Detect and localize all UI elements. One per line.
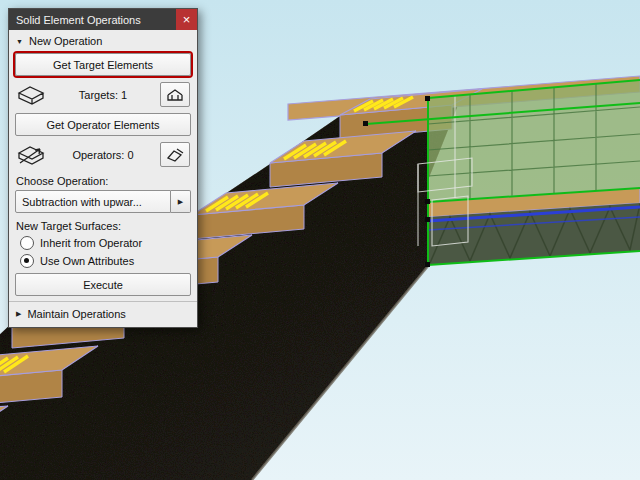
solid-element-operations-dialog: Solid Element Operations × ▼ New Operati… — [8, 8, 198, 328]
pick-target-icon — [165, 87, 185, 103]
targets-count: Targets: 1 — [50, 89, 156, 101]
slab-glass-top — [428, 80, 640, 202]
section-new-operation[interactable]: ▼ New Operation — [9, 30, 197, 50]
operation-dropdown[interactable]: Subtraction with upwar... ▶ — [15, 190, 191, 213]
operators-count: Operators: 0 — [50, 149, 156, 161]
section-maintain-label: Maintain Operations — [27, 308, 125, 320]
choose-operation-label: Choose Operation: — [9, 170, 197, 189]
radio-selected-icon[interactable] — [20, 254, 34, 268]
get-operator-elements-button[interactable]: Get Operator Elements — [15, 113, 191, 136]
disclosure-collapsed-icon: ▶ — [16, 310, 21, 318]
disclosure-expanded-icon: ▼ — [16, 38, 23, 45]
section-maintain-operations[interactable]: ▶ Maintain Operations — [9, 301, 197, 327]
section-new-operation-label: New Operation — [29, 35, 102, 47]
execute-button[interactable]: Execute — [15, 273, 191, 296]
dialog-titlebar[interactable]: Solid Element Operations × — [9, 9, 197, 30]
operation-dropdown-value[interactable]: Subtraction with upwar... — [15, 190, 171, 213]
target-element-icon — [16, 84, 46, 106]
dialog-title: Solid Element Operations — [16, 14, 176, 26]
radio-own-label: Use Own Attributes — [40, 255, 134, 267]
get-target-elements-button[interactable]: Get Target Elements — [15, 53, 191, 76]
radio-use-own-attributes[interactable]: Use Own Attributes — [9, 252, 197, 270]
new-target-surfaces-label: New Target Surfaces: — [9, 215, 197, 234]
targets-row: Targets: 1 — [9, 79, 197, 110]
radio-unselected-icon[interactable] — [20, 236, 34, 250]
pick-operator-icon — [165, 147, 185, 163]
radio-inherit-label: Inherit from Operator — [40, 237, 142, 249]
operator-element-icon — [16, 144, 46, 166]
close-icon[interactable]: × — [176, 9, 197, 30]
pick-target-button[interactable] — [160, 82, 190, 107]
radio-inherit-from-operator[interactable]: Inherit from Operator — [9, 234, 197, 252]
dropdown-arrow-icon[interactable]: ▶ — [171, 190, 191, 213]
operators-row: Operators: 0 — [9, 139, 197, 170]
archicad-3d-window: Solid Element Operations × ▼ New Operati… — [0, 0, 640, 480]
pick-operator-button[interactable] — [160, 142, 190, 167]
